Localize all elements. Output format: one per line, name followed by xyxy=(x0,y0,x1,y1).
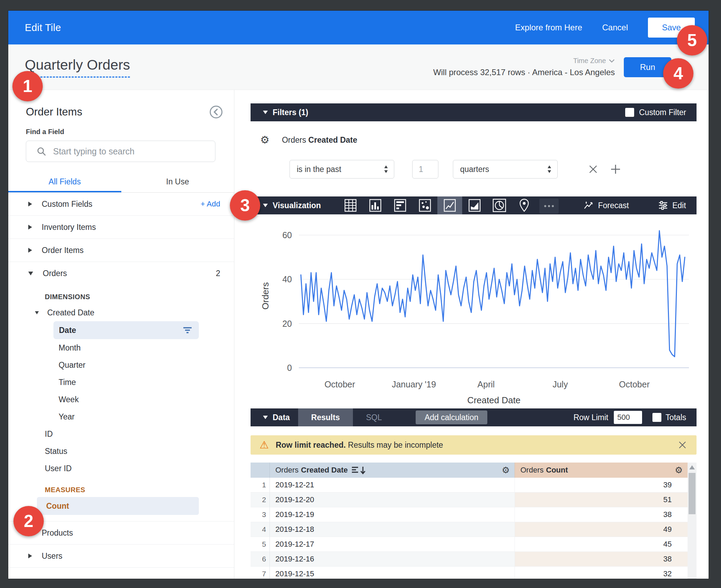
field-item-date-selected[interactable]: Date xyxy=(53,321,199,339)
explore-from-here-link[interactable]: Explore from Here xyxy=(515,23,582,32)
totals-checkbox[interactable] xyxy=(652,413,661,422)
add-filter-icon[interactable] xyxy=(610,164,621,175)
measures-label: MEASURES xyxy=(45,483,234,497)
row-limit-label: Row Limit xyxy=(573,413,608,422)
viz-more-options-icon[interactable] xyxy=(537,196,561,214)
orders-line-chart[interactable]: 0204060OrdersOctoberJanuary '19AprilJuly… xyxy=(251,214,697,407)
group-inventory-items[interactable]: Inventory Items xyxy=(8,216,234,239)
add-calculation-button[interactable]: Add calculation xyxy=(416,410,487,424)
tab-in-use[interactable]: In Use xyxy=(121,173,234,192)
time-zone-dropdown[interactable]: Time Zone xyxy=(573,57,615,65)
field-search-input[interactable] xyxy=(52,146,210,157)
filter-value-input[interactable] xyxy=(412,160,438,179)
results-table: Orders Created Date ⚙ Orders Count ⚙ xyxy=(251,463,697,579)
sort-desc-icon[interactable] xyxy=(351,466,367,475)
viz-map-icon[interactable] xyxy=(512,196,537,214)
title-row: Quarterly Orders Time Zone Will process … xyxy=(8,44,709,90)
group-custom-fields[interactable]: Custom Fields + Add xyxy=(8,193,234,216)
tab-results[interactable]: Results xyxy=(298,408,353,426)
group-orders[interactable]: Orders 2 xyxy=(8,262,234,285)
tab-sql[interactable]: SQL xyxy=(353,408,395,426)
caret-right-icon xyxy=(28,248,32,253)
table-row[interactable]: 62019-12-1638 xyxy=(251,552,688,567)
visualization-bar[interactable]: Visualization xyxy=(251,196,697,214)
table-row[interactable]: 52019-12-1745 xyxy=(251,537,688,552)
collapse-sidebar-icon[interactable] xyxy=(209,104,224,120)
table-row[interactable]: 42019-12-1849 xyxy=(251,522,688,537)
column-header-count[interactable]: Orders Count ⚙ xyxy=(515,463,688,478)
row-number-header xyxy=(251,463,270,478)
updown-icon xyxy=(547,165,552,173)
field-group-label: Created Date xyxy=(47,308,94,317)
table-scrollbar[interactable] xyxy=(688,463,697,579)
column-gear-icon[interactable]: ⚙ xyxy=(675,466,683,475)
cell-created-date: 2019-12-18 xyxy=(270,522,515,537)
viz-scatter-icon[interactable] xyxy=(413,196,437,214)
field-group-created-date[interactable]: Created Date xyxy=(8,304,234,321)
filter-gear-icon[interactable]: ⚙ xyxy=(260,135,270,145)
field-item-week[interactable]: Week xyxy=(8,391,234,408)
dismiss-warning-icon[interactable] xyxy=(677,440,688,450)
app-bar-actions: Explore from Here Cancel Save xyxy=(515,18,695,38)
viz-pie-chart-icon[interactable] xyxy=(487,196,512,214)
filters-bar[interactable]: Filters (1) Custom Filter xyxy=(251,103,697,121)
cell-orders-count: 32 xyxy=(515,567,688,579)
field-item-quarter[interactable]: Quarter xyxy=(8,356,234,374)
field-item-time[interactable]: Time xyxy=(8,374,234,391)
filter-operator-select[interactable]: is in the past xyxy=(290,160,394,179)
cell-orders-count: 45 xyxy=(515,537,688,551)
table-row[interactable]: 32019-12-1938 xyxy=(251,507,688,522)
table-row[interactable]: 22019-12-2051 xyxy=(251,493,688,507)
viz-bar-chart-icon[interactable] xyxy=(363,196,388,214)
scrollbar-thumb[interactable] xyxy=(689,473,695,514)
table-row[interactable]: 72019-12-1532 xyxy=(251,567,688,579)
group-users[interactable]: Users xyxy=(8,545,234,568)
viz-area-chart-icon[interactable] xyxy=(462,196,487,214)
remove-filter-icon[interactable] xyxy=(588,164,598,174)
filter-unit-select[interactable]: quarters xyxy=(453,160,558,179)
group-order-items[interactable]: Order Items xyxy=(8,239,234,262)
table-row[interactable]: 12019-12-2139 xyxy=(251,478,688,493)
annotation-badge-3: 3 xyxy=(230,190,260,221)
custom-filter-label: Custom Filter xyxy=(639,108,686,117)
field-item-status[interactable]: Status xyxy=(8,443,234,460)
column-field-name: Created Date xyxy=(301,466,348,475)
process-info: Will process 32,517 rows · America - Los… xyxy=(433,68,615,77)
forecast-icon xyxy=(583,200,594,211)
svg-text:October: October xyxy=(324,379,355,389)
add-custom-field-button[interactable]: + Add xyxy=(201,200,220,209)
field-search[interactable] xyxy=(26,141,215,162)
field-item-user-id[interactable]: User ID xyxy=(8,460,234,477)
cancel-button[interactable]: Cancel xyxy=(602,23,628,32)
field-item-month[interactable]: Month xyxy=(8,339,234,356)
viz-table-icon[interactable] xyxy=(338,196,363,214)
cell-created-date: 2019-12-15 xyxy=(270,567,515,579)
warning-icon: ⚠ xyxy=(260,440,269,450)
data-bar[interactable]: Data Results SQL Add calculation Row Lim… xyxy=(251,408,697,426)
tab-all-fields[interactable]: All Fields xyxy=(8,173,121,192)
forecast-button[interactable]: Forecast xyxy=(583,200,629,211)
filter-field-field: Created Date xyxy=(308,135,357,144)
filter-icon[interactable] xyxy=(183,326,192,334)
field-label: Count xyxy=(46,501,69,511)
field-item-year[interactable]: Year xyxy=(8,408,234,425)
svg-text:40: 40 xyxy=(282,274,292,284)
sidebar-header: Order Items xyxy=(26,102,224,122)
tile-title[interactable]: Quarterly Orders xyxy=(25,57,130,78)
row-number: 3 xyxy=(251,507,270,522)
row-limit-input[interactable] xyxy=(614,411,642,424)
viz-horizontal-bar-icon[interactable] xyxy=(388,196,413,214)
filter-field-row: ⚙ Orders Created Date xyxy=(251,132,697,148)
column-gear-icon[interactable]: ⚙ xyxy=(502,466,510,475)
row-number: 5 xyxy=(251,537,270,551)
field-item-id[interactable]: ID xyxy=(8,425,234,443)
viz-line-chart-icon-selected[interactable] xyxy=(437,196,462,214)
custom-filter-checkbox[interactable] xyxy=(625,108,634,117)
edit-viz-button[interactable]: Edit xyxy=(658,200,686,211)
fields-in-use-count: 2 xyxy=(216,269,220,278)
scroll-up-icon[interactable] xyxy=(689,465,695,469)
svg-text:Orders: Orders xyxy=(260,282,271,310)
date-children: MonthQuarterTimeWeekYear xyxy=(8,339,234,425)
field-item-count-selected[interactable]: Count xyxy=(37,497,199,515)
column-header-created-date[interactable]: Orders Created Date ⚙ xyxy=(270,463,515,478)
